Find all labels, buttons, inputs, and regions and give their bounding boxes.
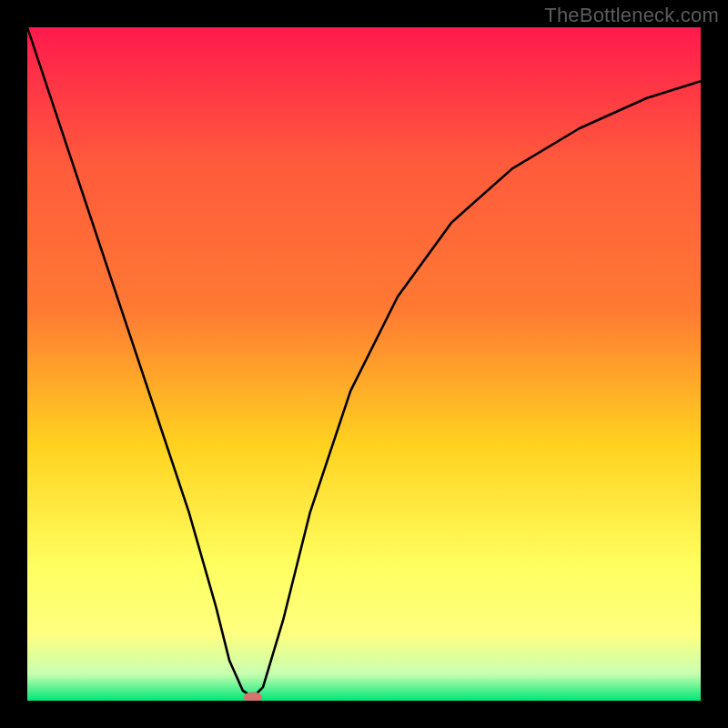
plot-area [27,27,701,701]
chart-frame: TheBottleneck.com [0,0,728,728]
watermark-text: TheBottleneck.com [544,4,719,27]
chart-svg [27,27,701,701]
